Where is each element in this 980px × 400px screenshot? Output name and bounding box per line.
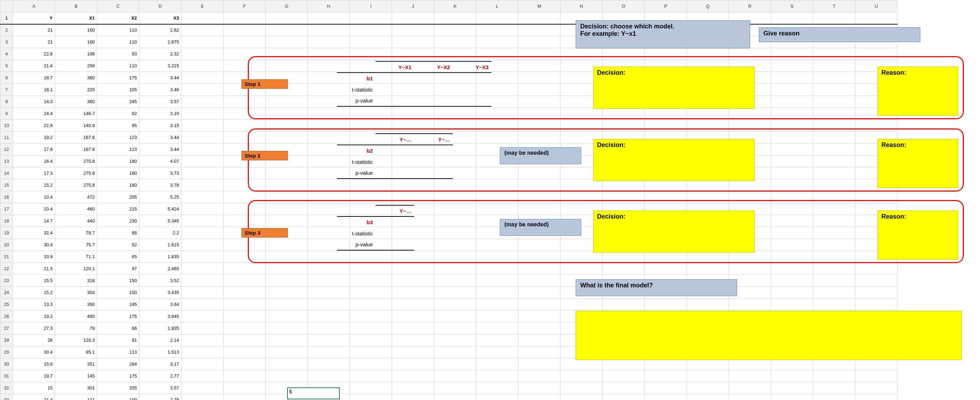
step2-table[interactable]: Y~…Y~… b2 t-statistic p-value (337, 133, 453, 179)
cell[interactable]: 78.7 (55, 227, 97, 239)
cell[interactable] (392, 370, 434, 382)
cell[interactable] (771, 120, 813, 132)
cell[interactable] (350, 108, 392, 120)
cell[interactable] (519, 370, 560, 382)
cell[interactable] (308, 298, 350, 311)
cell[interactable]: 2.875 (139, 36, 181, 48)
cell[interactable]: 146.7 (55, 108, 97, 120)
cell[interactable] (771, 215, 813, 227)
cell[interactable] (476, 179, 519, 191)
cell[interactable]: 21.5 (13, 263, 55, 275)
cell[interactable] (603, 191, 645, 203)
cell[interactable] (308, 370, 350, 382)
cell[interactable]: 93 (97, 48, 139, 60)
cell[interactable]: 175 (97, 311, 139, 322)
cell[interactable] (181, 358, 224, 370)
cell[interactable] (224, 96, 266, 108)
row-header[interactable]: 28 (0, 334, 13, 346)
row-header[interactable]: 4 (0, 48, 13, 60)
cell[interactable]: 17.3 (13, 167, 55, 179)
cell[interactable] (771, 72, 813, 84)
col-header[interactable]: U (855, 0, 897, 12)
cell[interactable] (560, 382, 603, 394)
active-cell-G33[interactable]: $ (287, 387, 340, 399)
cell[interactable]: 205 (97, 191, 139, 203)
cell[interactable] (813, 382, 855, 394)
cell[interactable] (308, 358, 350, 370)
cell[interactable] (560, 370, 603, 382)
cell[interactable]: 3.15 (139, 120, 181, 132)
row-header[interactable]: 27 (0, 322, 13, 334)
cell[interactable] (350, 251, 392, 263)
cell[interactable] (434, 179, 476, 191)
cell[interactable] (181, 179, 224, 191)
cell[interactable]: 3.17 (139, 358, 181, 370)
cell[interactable] (266, 36, 308, 48)
cell[interactable]: 245 (97, 298, 139, 311)
cell[interactable] (771, 382, 813, 394)
cell[interactable] (855, 382, 897, 394)
cell[interactable] (560, 263, 603, 275)
col-header[interactable]: G (266, 0, 308, 12)
cell[interactable]: 5.424 (139, 203, 181, 215)
cell[interactable] (519, 322, 560, 334)
cell[interactable]: 5.25 (139, 191, 181, 203)
cell[interactable] (855, 275, 897, 287)
cell[interactable] (266, 132, 308, 143)
cell[interactable] (519, 167, 560, 179)
row-header[interactable]: 2 (0, 24, 13, 36)
cell[interactable]: 18.1 (13, 84, 55, 96)
cell[interactable]: X2 (97, 12, 139, 24)
cell[interactable] (434, 227, 476, 239)
row[interactable]: 924.4146.7623.19 (0, 108, 897, 120)
cell[interactable] (308, 179, 350, 191)
cell[interactable] (414, 167, 453, 179)
cell[interactable]: 3.57 (139, 382, 181, 394)
cell[interactable] (453, 95, 492, 106)
cell[interactable] (434, 191, 476, 203)
cell[interactable] (392, 275, 434, 287)
cell[interactable] (392, 263, 434, 275)
cell[interactable]: 97 (97, 263, 139, 275)
cell[interactable] (476, 394, 519, 400)
cell[interactable]: 18.7 (13, 72, 55, 84)
cell[interactable] (181, 311, 224, 322)
cell[interactable]: 140.8 (55, 120, 97, 132)
cell[interactable]: X1 (55, 12, 97, 24)
cell[interactable]: 215 (97, 203, 139, 215)
cell[interactable] (771, 191, 813, 203)
cell[interactable]: 360 (55, 72, 97, 84)
cell[interactable] (224, 358, 266, 370)
cell[interactable] (476, 358, 519, 370)
cell[interactable] (729, 263, 771, 275)
cell[interactable] (224, 394, 266, 400)
cell[interactable] (519, 48, 560, 60)
cell[interactable]: 123 (97, 143, 139, 156)
cell[interactable] (350, 12, 392, 24)
cell[interactable] (375, 84, 414, 95)
cell[interactable]: 21.4 (13, 394, 55, 400)
cell[interactable]: 14.3 (13, 96, 55, 108)
cell[interactable] (687, 263, 729, 275)
cell[interactable]: 1.935 (139, 322, 181, 334)
cell[interactable] (813, 298, 855, 311)
row-header[interactable]: 8 (0, 96, 13, 108)
cell[interactable] (266, 322, 308, 334)
cell[interactable] (224, 334, 266, 346)
cell[interactable]: 3.435 (139, 287, 181, 298)
cell[interactable]: 32.4 (13, 227, 55, 239)
cell[interactable]: 258 (55, 60, 97, 72)
cell[interactable] (181, 239, 224, 251)
cell[interactable] (855, 191, 897, 203)
col-header[interactable]: B (55, 0, 97, 12)
cell[interactable]: 180 (97, 156, 139, 167)
cell[interactable] (375, 239, 414, 250)
row[interactable]: 2133.971.1651.835 (0, 251, 897, 263)
select-all-corner[interactable] (0, 0, 13, 12)
row[interactable]: 3119.71451752.77 (0, 370, 897, 382)
cell[interactable] (476, 370, 519, 382)
row-header[interactable]: 1 (0, 12, 13, 24)
cell[interactable] (392, 382, 434, 394)
cell[interactable] (266, 48, 308, 60)
col-header[interactable]: K (434, 0, 476, 12)
